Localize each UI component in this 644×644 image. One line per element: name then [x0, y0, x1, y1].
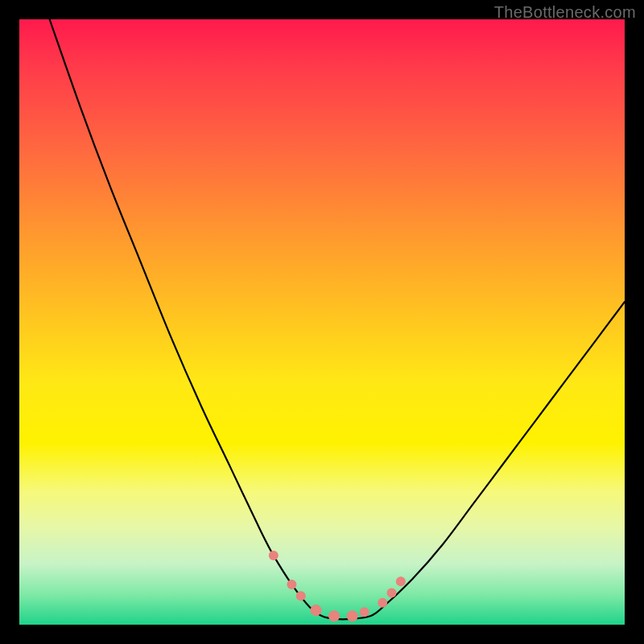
curve-marker	[287, 580, 296, 589]
bottleneck-chart	[19, 19, 625, 625]
curve-marker	[311, 605, 322, 616]
curve-marker	[269, 551, 279, 560]
bottleneck-curve	[50, 19, 625, 619]
curve-marker	[296, 591, 306, 601]
curve-marker	[360, 607, 369, 617]
marker-group	[269, 551, 406, 621]
curve-marker	[378, 598, 387, 608]
curve-marker	[347, 610, 358, 621]
curve-marker	[396, 576, 406, 586]
curve-marker	[387, 588, 397, 598]
curve-marker	[328, 610, 340, 621]
